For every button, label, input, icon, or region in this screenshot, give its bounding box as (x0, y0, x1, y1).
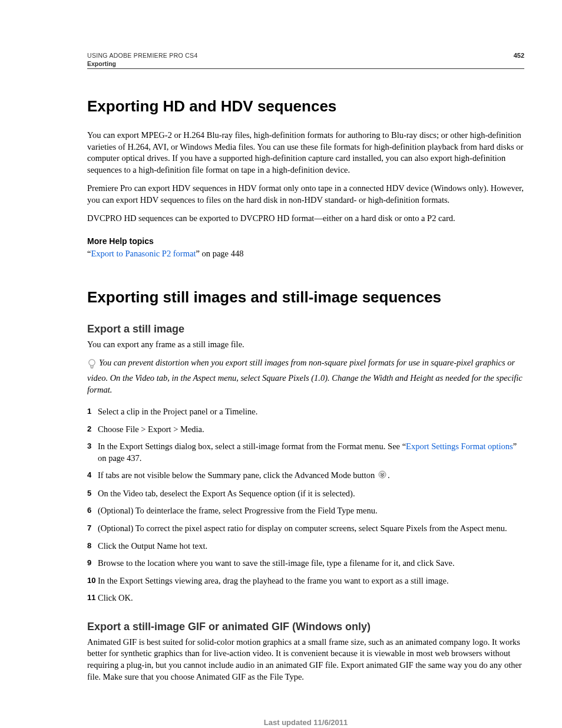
step-item: Select a clip in the Project panel or a … (87, 406, 524, 418)
lightbulb-icon (87, 358, 97, 373)
body-text: Animated GIF is best suited for solid-co… (87, 637, 524, 683)
step-item: If tabs are not visible below the Summar… (87, 470, 524, 482)
step-item: On the Video tab, deselect the Export As… (87, 488, 524, 500)
step-text: On the Video tab, deselect the Export As… (98, 489, 355, 498)
step-item: (Optional) To deinterlace the frame, sel… (87, 505, 524, 517)
step-text: Select a clip in the Project panel or a … (98, 407, 257, 416)
heading-hd-hdv: Exporting HD and HDV sequences (87, 97, 524, 116)
page-header: USING ADOBE PREMIERE PRO CS4 Exporting 4… (87, 52, 524, 69)
step-text: (Optional) To deinterlace the frame, sel… (98, 506, 378, 515)
step-item: (Optional) To correct the pixel aspect r… (87, 523, 524, 535)
step-item: Choose File > Export > Media. (87, 424, 524, 436)
step-item: Click OK. (87, 592, 524, 604)
help-topic-line: “Export to Panasonic P2 format” on page … (87, 248, 524, 260)
advanced-mode-icon (378, 470, 386, 482)
steps-list: Select a clip in the Project panel or a … (87, 406, 524, 604)
header-product: USING ADOBE PREMIERE PRO CS4 (87, 52, 198, 59)
header-left: USING ADOBE PREMIERE PRO CS4 Exporting (87, 52, 198, 67)
step-text: Choose File > Export > Media. (98, 424, 204, 434)
step-text: If tabs are not visible below the Summar… (98, 470, 377, 480)
section-still-images: Exporting still images and still-image s… (87, 288, 524, 683)
step-item: In the Export Settings dialog box, selec… (87, 441, 524, 464)
section-hd-hdv: Exporting HD and HDV sequences You can e… (87, 97, 524, 260)
header-chapter: Exporting (87, 60, 198, 67)
step-text: In the Export Settings viewing area, dra… (98, 576, 449, 585)
footer-updated: Last updated 11/6/2011 (87, 718, 524, 727)
step-text: Browse to the location where you want to… (98, 558, 455, 568)
tip-block: You can prevent distortion when you expo… (87, 357, 524, 396)
step-text: (Optional) To correct the pixel aspect r… (98, 523, 507, 533)
tip-text: You can prevent distortion when you expo… (87, 358, 523, 394)
subhead-export-still: Export a still image (87, 323, 524, 335)
body-text: You can export MPEG-2 or H.264 Blu-ray f… (87, 130, 524, 176)
more-help-label: More Help topics (87, 236, 524, 246)
body-text: DVCPRO HD sequences can be exported to D… (87, 213, 524, 225)
subhead-export-gif: Export a still-image GIF or animated GIF… (87, 621, 524, 633)
step-text: . (388, 470, 390, 480)
page-number: 452 (514, 52, 524, 59)
heading-still-images: Exporting still images and still-image s… (87, 288, 524, 307)
step-text: Click the Output Name hot text. (98, 541, 207, 551)
body-text: Premiere Pro can export HDV sequences in… (87, 183, 524, 206)
link-export-p2[interactable]: Export to Panasonic P2 format (91, 249, 196, 258)
step-text: Click OK. (98, 593, 133, 602)
link-export-settings-format[interactable]: Export Settings Format options (406, 442, 513, 451)
body-text: You can export any frame as a still imag… (87, 339, 524, 351)
help-tail: ” on page 448 (196, 249, 243, 258)
step-item: In the Export Settings viewing area, dra… (87, 575, 524, 587)
svg-point-0 (89, 360, 95, 365)
step-item: Browse to the location where you want to… (87, 558, 524, 569)
step-text: In the Export Settings dialog box, selec… (98, 442, 406, 451)
step-item: Click the Output Name hot text. (87, 541, 524, 552)
page: USING ADOBE PREMIERE PRO CS4 Exporting 4… (0, 0, 562, 728)
